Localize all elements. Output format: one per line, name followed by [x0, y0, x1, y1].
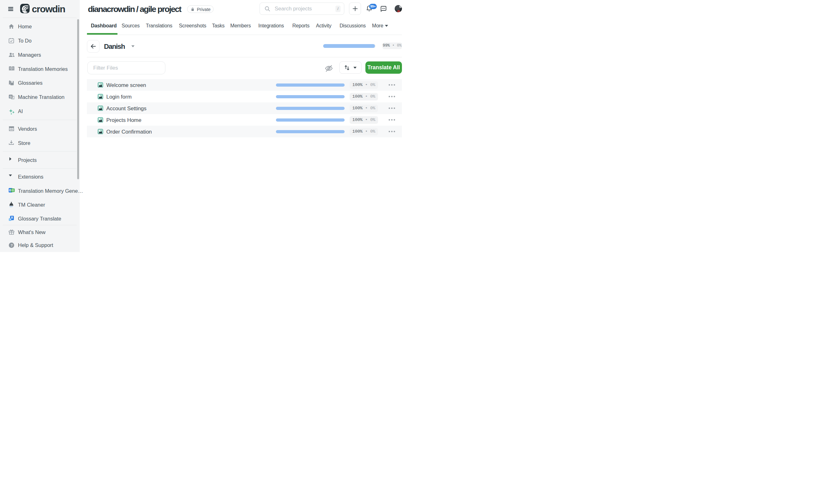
svg-text:G: G [10, 95, 12, 98]
svg-text:A: A [9, 218, 11, 221]
svg-text:?: ? [11, 243, 13, 247]
